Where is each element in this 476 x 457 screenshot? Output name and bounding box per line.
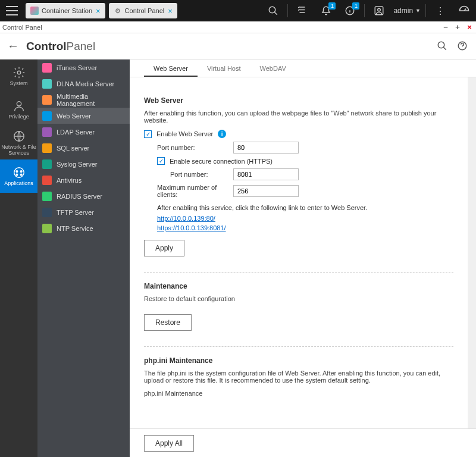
phpini-desc: The file php.ini is the system configura…	[144, 370, 453, 384]
sidebar-item-tftp[interactable]: TFTP Server	[37, 204, 130, 220]
page-title-bold: Control	[26, 40, 67, 53]
side-menu: iTunes Server DLNA Media Server Multimed…	[37, 60, 130, 457]
sidebar-item-multimedia[interactable]: Multimedia Management	[37, 92, 130, 108]
antivirus-icon	[42, 176, 52, 185]
info-icon[interactable]: i	[218, 130, 226, 138]
search-icon[interactable]	[261, 0, 285, 21]
https-label: Enable secure connection (HTTPS)	[170, 158, 273, 165]
apply-all-button[interactable]: Apply All	[144, 435, 194, 452]
svg-point-11	[20, 170, 22, 172]
search-icon[interactable]	[437, 40, 449, 52]
section-title-webserver: Web Server	[144, 96, 453, 105]
divider	[144, 346, 453, 347]
tab-control-panel[interactable]: ⚙ Control Panel ×	[109, 3, 177, 18]
svg-point-13	[20, 174, 22, 176]
sidebar-item-antivirus[interactable]: Antivirus	[37, 172, 130, 188]
section-title-phpini: php.ini Maintenance	[144, 356, 453, 365]
sidebar-item-dlna[interactable]: DLNA Media Server	[37, 76, 130, 92]
port-label: Port number:	[157, 144, 233, 151]
footer-bar: Apply All	[130, 428, 476, 457]
content-tabs: Web Server Virtual Host WebDAV	[130, 60, 476, 77]
rail-privilege[interactable]: Privilege	[0, 93, 37, 126]
sql-icon	[42, 143, 52, 153]
hamburger-menu[interactable]	[0, 0, 24, 21]
itunes-icon	[42, 63, 52, 73]
close-icon[interactable]: ×	[168, 7, 173, 15]
info-icon[interactable]: 1	[338, 0, 362, 21]
svg-point-6	[17, 71, 21, 74]
tasks-icon[interactable]	[290, 0, 314, 21]
sidebar-item-webserver[interactable]: Web Server	[37, 108, 130, 124]
content-area: Web Server Virtual Host WebDAV Web Serve…	[130, 60, 476, 457]
tab-web-server[interactable]: Web Server	[144, 61, 198, 77]
https-port-input[interactable]	[233, 168, 299, 180]
ntp-icon	[42, 224, 52, 233]
syslog-icon	[42, 159, 52, 169]
divider	[144, 272, 453, 273]
close-icon[interactable]: ×	[96, 7, 101, 15]
https-port-label: Port number:	[170, 171, 233, 178]
svg-point-3	[378, 8, 381, 11]
back-arrow-icon[interactable]: ←	[7, 39, 19, 53]
sidebar-item-ldap[interactable]: LDAP Server	[37, 124, 130, 140]
enable-webserver-label: Enable Web Server	[156, 130, 213, 137]
maxclients-label: Maximum number of clients:	[157, 184, 233, 198]
globe-icon	[42, 111, 52, 121]
tab-label: Container Station	[42, 7, 92, 14]
user-icon[interactable]	[367, 0, 391, 21]
rail-network[interactable]: Network & File Services	[0, 126, 37, 159]
maximize-button[interactable]: +	[453, 23, 462, 32]
http-link[interactable]: http://10.0.0.139:80/	[157, 215, 453, 222]
sidebar-item-itunes[interactable]: iTunes Server	[37, 60, 130, 76]
enable-https-checkbox[interactable]: ✓	[157, 157, 165, 165]
window-title-bar: Control Panel − + ×	[0, 21, 476, 33]
apply-button[interactable]: Apply	[144, 240, 184, 256]
port-input[interactable]	[233, 142, 299, 154]
https-link[interactable]: https://10.0.0.139:8081/	[157, 224, 453, 231]
tab-container-station[interactable]: Container Station ×	[26, 3, 105, 18]
close-button[interactable]: ×	[465, 23, 474, 32]
notification-icon[interactable]: 1	[314, 0, 338, 21]
top-bar: Container Station × ⚙ Control Panel × 1 …	[0, 0, 476, 21]
sidebar-item-syslog[interactable]: Syslog Server	[37, 156, 130, 172]
admin-menu[interactable]: admin▼	[393, 7, 421, 15]
sidebar-item-radius[interactable]: RADIUS Server	[37, 188, 130, 204]
sidebar-item-sql[interactable]: SQL server	[37, 140, 130, 156]
svg-point-12	[15, 174, 17, 176]
badge: 1	[328, 2, 336, 10]
window-title: Control Panel	[2, 24, 42, 31]
tab-webdav[interactable]: WebDAV	[250, 61, 296, 77]
restore-button[interactable]: Restore	[144, 314, 192, 331]
badge: 1	[352, 2, 359, 10]
sidebar-item-ntp[interactable]: NTP Service	[37, 220, 130, 236]
gear-icon: ⚙	[114, 7, 122, 15]
nav-rail: System Privilege Network & File Services…	[0, 60, 37, 457]
phpini-sub: php.ini Maintenance	[144, 390, 453, 397]
settings-scroll[interactable]: Web Server After enabling this function,…	[130, 77, 468, 457]
more-icon[interactable]: ⋮	[428, 0, 452, 21]
radius-icon	[42, 192, 52, 201]
enable-webserver-checkbox[interactable]: ✓	[144, 130, 152, 138]
tab-virtual-host[interactable]: Virtual Host	[198, 61, 250, 77]
container-icon	[30, 7, 39, 15]
maxclients-input[interactable]	[233, 185, 299, 197]
panel-header: ← ControlPanel	[0, 33, 476, 60]
multimedia-icon	[42, 95, 52, 105]
minimize-button[interactable]: −	[441, 23, 450, 32]
ldap-icon	[42, 127, 52, 137]
section-title-maintenance: Maintenance	[144, 282, 453, 290]
page-title-light: Panel	[67, 40, 96, 53]
rail-system[interactable]: System	[0, 60, 37, 93]
after-enable-desc: After enabling this service, click the f…	[157, 204, 367, 211]
rail-applications[interactable]: Applications	[0, 159, 37, 193]
tab-label: Control Panel	[125, 7, 165, 14]
scrollbar[interactable]	[468, 77, 476, 457]
dashboard-icon[interactable]	[452, 0, 476, 21]
svg-point-7	[17, 101, 21, 105]
dlna-icon	[42, 79, 52, 89]
svg-point-0	[270, 7, 276, 13]
help-icon[interactable]	[457, 40, 469, 52]
maintenance-desc: Restore to default configuration	[144, 295, 453, 302]
tftp-icon	[42, 208, 52, 217]
webserver-desc: After enabling this function, you can up…	[144, 109, 453, 124]
